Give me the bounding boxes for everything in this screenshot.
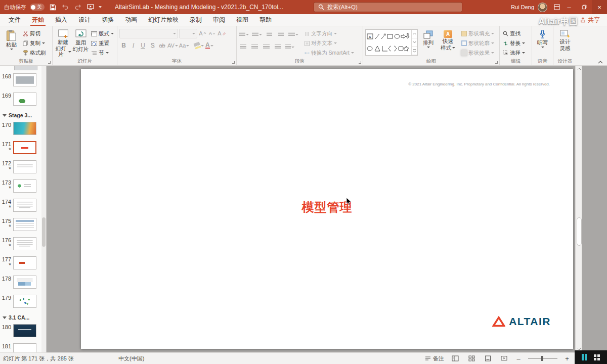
maximize-button[interactable] — [577, 0, 592, 14]
align-left-button[interactable] — [239, 43, 247, 52]
zoom-slider-knob[interactable] — [541, 356, 543, 361]
find-button[interactable]: 查找 — [502, 29, 526, 38]
format-painter-button[interactable]: 格式刷 — [22, 49, 47, 57]
share-button[interactable]: 共享 — [573, 14, 607, 26]
normal-view-button[interactable] — [450, 354, 460, 363]
shapes-scroll-down-icon[interactable] — [412, 38, 417, 47]
grid-fullscreen-icon[interactable] — [594, 354, 600, 360]
quick-access-caret-icon[interactable] — [99, 6, 102, 8]
reset-button[interactable]: 重置 — [90, 39, 115, 48]
slide-row-181[interactable]: 181 — [0, 342, 46, 352]
slide-thumbnail[interactable] — [13, 295, 36, 308]
cut-button[interactable]: 剪切 — [22, 29, 47, 38]
shape-fill-button[interactable]: 形状填充 — [460, 29, 495, 38]
tab-insert[interactable]: 插入 — [50, 14, 73, 26]
slide-thumbnail[interactable] — [13, 324, 36, 337]
language-indicator[interactable]: 中文(中国) — [118, 355, 144, 362]
grow-font-button[interactable]: A — [198, 29, 207, 38]
quick-styles-button[interactable]: A 快速 样式 — [439, 28, 457, 58]
justify-button[interactable] — [274, 43, 282, 52]
scroll-up-icon[interactable] — [576, 66, 582, 72]
slide-thumbnail[interactable] — [13, 276, 36, 289]
clear-formatting-button[interactable]: A — [218, 29, 226, 38]
tab-design[interactable]: 设计 — [73, 14, 96, 26]
slide-thumbnail[interactable] — [13, 122, 36, 135]
tab-slideshow[interactable]: 幻灯片放映 — [143, 14, 184, 26]
underline-button[interactable]: U — [139, 41, 147, 50]
close-button[interactable]: × — [592, 0, 607, 14]
pause-icon[interactable] — [582, 354, 587, 360]
slide-row-173[interactable]: 173* — [0, 178, 46, 197]
italic-button[interactable]: I — [129, 41, 138, 50]
bold-button[interactable]: B — [119, 41, 128, 50]
save-icon[interactable] — [48, 2, 57, 12]
paragraph-dialog-launcher[interactable] — [357, 60, 362, 64]
slide-row-168[interactable]: 168 — [0, 72, 46, 91]
section-button[interactable]: 节 — [90, 49, 115, 57]
current-slide[interactable]: © 2021 Altair Engineering, Inc. Propriet… — [81, 69, 573, 349]
slide-row-178[interactable]: 178 — [0, 274, 46, 293]
character-spacing-button[interactable]: AV — [167, 41, 178, 50]
slideshow-view-button[interactable] — [499, 354, 509, 363]
slide-thumbnail[interactable] — [13, 179, 36, 193]
drawing-dialog-launcher[interactable] — [494, 60, 498, 64]
tab-file[interactable]: 文件 — [3, 14, 26, 26]
slide-sorter-view-button[interactable] — [466, 354, 476, 363]
tab-view[interactable]: 视图 — [231, 14, 254, 26]
slide-thumbnail[interactable] — [13, 218, 36, 231]
shape-outline-button[interactable]: 形状轮廓 — [460, 39, 495, 48]
arrange-button[interactable]: 排列 — [419, 28, 438, 58]
slide-row-169[interactable]: 169 — [0, 91, 46, 110]
slide-thumbnail[interactable] — [13, 160, 36, 173]
columns-button[interactable] — [285, 43, 294, 52]
slide-row-175[interactable]: 175* — [0, 216, 46, 236]
slide-row-177[interactable]: 177* — [0, 255, 46, 274]
slideshow-from-start-icon[interactable] — [86, 2, 95, 12]
thumbnail-panel-scrollbar[interactable] — [41, 66, 46, 352]
strikethrough-button[interactable]: ab — [158, 41, 166, 50]
scrollbar-thumb[interactable] — [42, 217, 46, 247]
reading-view-button[interactable] — [483, 354, 493, 363]
slide-row-176[interactable]: 176* — [0, 236, 46, 255]
shape-effects-button[interactable]: 形状效果 — [460, 49, 495, 57]
tab-help[interactable]: 帮助 — [254, 14, 277, 26]
tab-transitions[interactable]: 切换 — [96, 14, 119, 26]
undo-icon[interactable] — [61, 2, 70, 12]
align-center-button[interactable] — [250, 43, 259, 52]
shapes-gallery-scrollbar[interactable] — [411, 30, 417, 55]
align-text-button[interactable]: 对齐文本 — [304, 39, 355, 48]
zoom-slider[interactable] — [528, 358, 557, 359]
autosave-toggle[interactable]: 关 — [30, 4, 45, 11]
increase-indent-button[interactable] — [277, 30, 285, 39]
section-header-31ca[interactable]: 3.1 CA... — [0, 312, 46, 323]
numbering-button[interactable] — [252, 30, 262, 39]
clipboard-dialog-launcher[interactable] — [47, 60, 51, 64]
replace-button[interactable]: 替换 — [502, 39, 526, 48]
copy-button[interactable]: 复制 — [22, 39, 47, 48]
slide-thumbnail[interactable] — [13, 343, 36, 352]
slide-row-172[interactable]: 172* — [0, 159, 46, 178]
redo-icon[interactable] — [73, 2, 82, 12]
tab-home[interactable]: 开始 — [26, 14, 50, 26]
slide-thumbnail[interactable] — [13, 93, 36, 106]
notes-button[interactable]: 备注 — [425, 355, 444, 362]
font-dialog-launcher[interactable] — [231, 60, 235, 64]
reuse-slides-button[interactable]: 重用 幻灯片 — [72, 28, 89, 58]
slide-row-171-selected[interactable]: 171* — [0, 140, 46, 159]
slide-thumbnail[interactable] — [13, 237, 36, 250]
select-button[interactable]: 选择 — [502, 49, 526, 57]
align-right-button[interactable] — [262, 43, 271, 52]
dictate-button[interactable]: 听写 — [534, 28, 551, 58]
minimize-button[interactable]: – — [561, 0, 577, 14]
font-name-combo[interactable] — [119, 29, 178, 38]
tab-record[interactable]: 录制 — [184, 14, 207, 26]
paste-button[interactable]: 粘贴 — [2, 28, 21, 58]
avatar[interactable] — [538, 3, 547, 12]
scrollbar-thumb[interactable] — [577, 217, 582, 246]
slide-counter[interactable]: 幻灯片 第 171 张，共 285 张 — [3, 355, 74, 362]
zoom-out-button[interactable]: – — [515, 355, 522, 362]
shrink-font-button[interactable]: A — [208, 29, 216, 38]
convert-smartart-button[interactable]: 转换为 SmartArt — [304, 49, 355, 57]
slide-thumbnail[interactable] — [13, 141, 36, 154]
collapse-ribbon-icon[interactable] — [598, 61, 603, 64]
